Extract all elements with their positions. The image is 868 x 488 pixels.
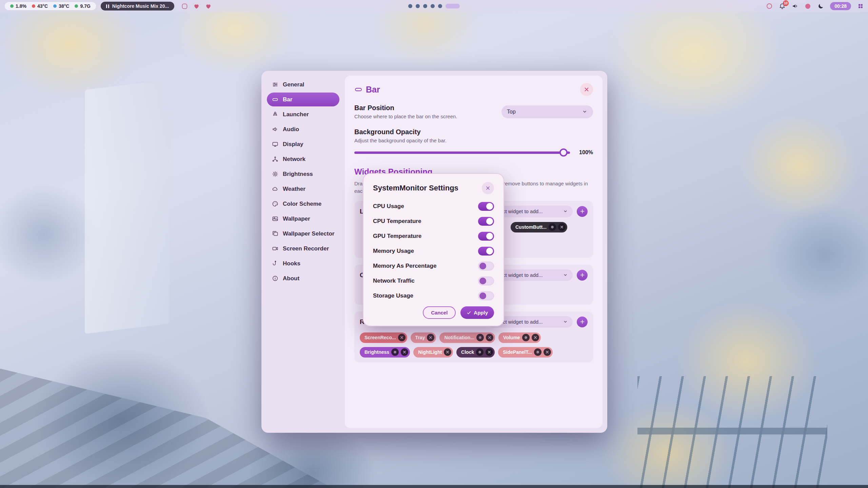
- sidebar-item-brightness[interactable]: Brightness: [267, 167, 339, 181]
- sidebar-item-wallpaper-selector[interactable]: Wallpaper Selector: [267, 227, 339, 241]
- toggle-switch-memory-as-percentage[interactable]: [478, 262, 494, 270]
- chip-remove-button[interactable]: [532, 334, 539, 341]
- workspace-dot[interactable]: [431, 4, 435, 8]
- clock-chip[interactable]: 00:28: [830, 2, 851, 10]
- widget-chip-clock[interactable]: Clock: [456, 347, 495, 358]
- check-icon: [467, 310, 471, 315]
- rocket-icon: [272, 111, 278, 118]
- toggle-switch-cpu-usage[interactable]: [478, 202, 494, 211]
- sidebar-item-audio[interactable]: Audio: [267, 122, 339, 136]
- grid-icon: [857, 3, 864, 9]
- close-icon: [545, 350, 549, 354]
- plus-icon: [579, 319, 585, 325]
- wallpaper-building: [85, 80, 170, 334]
- toggle-label: Network Traffic: [373, 278, 415, 284]
- widget-chip-custombutt[interactable]: CustomButt...: [511, 222, 567, 232]
- toggle-row-network-traffic: Network Traffic: [373, 273, 494, 288]
- window-close-button[interactable]: [580, 83, 593, 96]
- opacity-slider-knob[interactable]: [559, 148, 568, 157]
- volume-icon[interactable]: [791, 3, 798, 10]
- cpu-usage-icon: [10, 4, 14, 8]
- toggle-switch-storage-usage[interactable]: [478, 291, 494, 300]
- tune-icon: [272, 81, 278, 88]
- chip-label: ScreenReco...: [364, 335, 396, 340]
- toggle-switch-gpu-temperature[interactable]: [478, 232, 494, 241]
- chip-remove-button[interactable]: [401, 348, 408, 356]
- chip-label: Brightness: [364, 349, 389, 355]
- bar-position-description: Choose where to place the bar on the scr…: [354, 114, 457, 119]
- chip-remove-button[interactable]: [398, 334, 406, 341]
- widget-chip-nightlight[interactable]: NightLight: [413, 347, 453, 358]
- chip-settings-button[interactable]: [476, 348, 484, 356]
- add-widget-button[interactable]: [577, 206, 588, 217]
- widget-chip-screenreco[interactable]: ScreenReco...: [360, 332, 407, 343]
- chip-settings-button[interactable]: [549, 223, 556, 231]
- heart-icon[interactable]: [193, 3, 200, 10]
- chevron-down-icon: [582, 109, 588, 115]
- sidebar-item-bar[interactable]: Bar: [267, 93, 339, 106]
- sidebar-item-launcher[interactable]: Launcher: [267, 107, 339, 121]
- heart-icon[interactable]: [205, 3, 212, 10]
- workspace-dot[interactable]: [408, 4, 412, 8]
- chip-remove-button[interactable]: [558, 223, 566, 231]
- sidebar-item-weather[interactable]: Weather: [267, 182, 339, 196]
- sidebar-item-wallpaper[interactable]: Wallpaper: [267, 212, 339, 226]
- cancel-button[interactable]: Cancel: [423, 306, 456, 319]
- network-icon: [272, 156, 278, 162]
- chip-settings-button[interactable]: [391, 348, 399, 356]
- widget-chip-notification[interactable]: Notification...: [439, 332, 495, 343]
- bar-icon: [272, 96, 278, 103]
- app-grid-icon[interactable]: [857, 3, 864, 10]
- pause-icon: [106, 4, 109, 8]
- toggle-switch-memory-usage[interactable]: [478, 247, 494, 256]
- sidebar-item-hooks[interactable]: Hooks: [267, 257, 339, 270]
- night-light-icon[interactable]: [817, 3, 824, 10]
- workspace-dot[interactable]: [438, 4, 442, 8]
- widget-chip-sidepanelt[interactable]: SidePanelT...: [498, 347, 553, 358]
- chip-settings-button[interactable]: [522, 334, 530, 341]
- stat-value: 38°C: [59, 3, 69, 9]
- memory-icon: [75, 4, 78, 8]
- sidebar-item-label: Weather: [283, 186, 305, 192]
- workspace-dot[interactable]: [416, 4, 420, 8]
- color-picker-icon[interactable]: [804, 3, 811, 10]
- screen-record-icon[interactable]: [766, 3, 773, 10]
- toggle-label: Storage Usage: [373, 292, 413, 299]
- sidebar-item-general[interactable]: General: [267, 78, 339, 92]
- chip-remove-button[interactable]: [486, 348, 493, 356]
- sidebar-item-label: Wallpaper Selector: [283, 230, 334, 237]
- workspace-dot[interactable]: [423, 4, 427, 8]
- chip-remove-button[interactable]: [444, 348, 451, 356]
- chip-label: CustomButt...: [515, 224, 547, 230]
- sidebar-item-color-scheme[interactable]: Color Scheme: [267, 197, 339, 211]
- media-player-chip[interactable]: Nightcore Music Mix 20...: [101, 2, 174, 11]
- chip-settings-button[interactable]: [476, 334, 484, 341]
- workspace-active-pill[interactable]: [446, 4, 460, 8]
- widget-chip-volume[interactable]: Volume: [498, 332, 541, 343]
- chip-label: SidePanelT...: [503, 349, 532, 355]
- sidebar-item-screen-recorder[interactable]: Screen Recorder: [267, 242, 339, 256]
- add-widget-button[interactable]: [577, 317, 588, 327]
- modal-close-button[interactable]: [482, 182, 494, 194]
- widget-chip-brightness[interactable]: Brightness: [360, 347, 410, 358]
- notifications-bell-icon[interactable]: 10: [778, 3, 786, 10]
- opacity-slider[interactable]: [354, 151, 570, 154]
- gear-icon: [478, 336, 482, 340]
- sidebar-item-display[interactable]: Display: [267, 137, 339, 151]
- chip-remove-button[interactable]: [486, 334, 493, 341]
- chip-remove-button[interactable]: [544, 348, 551, 356]
- toggle-switch-cpu-temperature[interactable]: [478, 217, 494, 226]
- sticker-icon[interactable]: [181, 3, 188, 10]
- chip-settings-button[interactable]: [534, 348, 541, 356]
- toggle-switch-network-traffic[interactable]: [478, 277, 494, 285]
- sidebar-item-about[interactable]: About: [267, 271, 339, 285]
- sidebar-item-network[interactable]: Network: [267, 152, 339, 166]
- media-title: Nightcore Music Mix 20...: [112, 3, 169, 9]
- bar-position-dropdown[interactable]: Top: [501, 105, 593, 118]
- system-stats-chip[interactable]: 1.8%43°C38°C9.7G: [5, 2, 96, 10]
- chip-remove-button[interactable]: [427, 334, 434, 341]
- modal-title: SystemMonitor Settings: [373, 184, 458, 192]
- widget-chip-tray[interactable]: Tray: [411, 332, 436, 343]
- add-widget-button[interactable]: [577, 270, 588, 281]
- apply-button[interactable]: Apply: [460, 306, 494, 319]
